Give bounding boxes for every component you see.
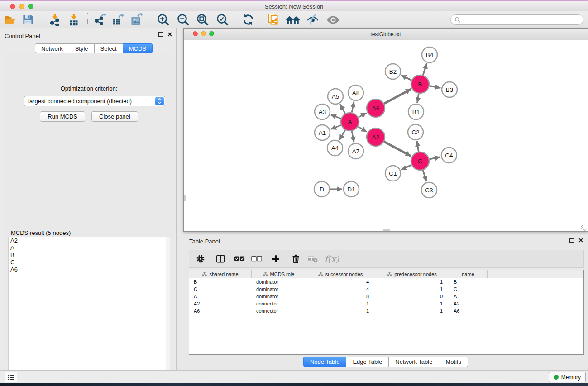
table-cell[interactable]: 4 (306, 286, 375, 293)
network-window-titlebar[interactable]: testGlobe.txt (184, 29, 588, 40)
graph-node-A1[interactable]: A1 (315, 125, 330, 140)
run-mcds-button[interactable]: Run MCDS (40, 111, 85, 122)
table-cell[interactable]: dominator (252, 278, 306, 286)
select-all-columns-button[interactable] (231, 251, 248, 267)
close-table-panel-icon[interactable]: ✕ (578, 238, 583, 243)
table-cell[interactable]: dominator (252, 286, 306, 293)
import-table-button[interactable] (65, 12, 82, 27)
table-cell[interactable]: A2 (189, 300, 252, 307)
table-cell[interactable]: B (449, 278, 488, 286)
column-header-shared-name[interactable]: shared name (189, 270, 252, 278)
graph-node-C4[interactable]: C4 (441, 148, 457, 163)
float-table-panel-icon[interactable] (569, 238, 574, 243)
search-input[interactable] (461, 16, 583, 24)
delete-column-button[interactable] (287, 251, 304, 267)
graph-edge-A2-C[interactable] (384, 142, 411, 156)
table-tab-network-table[interactable]: Network Table (389, 357, 439, 367)
table-cell[interactable]: C (449, 286, 488, 293)
table-cell[interactable]: B (189, 278, 252, 286)
column-header-successor-nodes[interactable]: successor nodes (306, 270, 375, 278)
result-item[interactable]: C (9, 259, 170, 266)
refresh-button[interactable] (239, 12, 257, 27)
mcds-result-list[interactable]: A2ABCA6 (8, 237, 170, 385)
graph-node-B3[interactable]: B3 (442, 82, 457, 97)
graph-node-A2[interactable]: A2 (367, 128, 385, 146)
new-network-from-selection-button[interactable] (265, 12, 282, 27)
graph-node-A4[interactable]: A4 (327, 140, 343, 156)
zoom-selected-button[interactable] (214, 12, 231, 27)
graph-node-B4[interactable]: B4 (422, 47, 437, 62)
graph-edge-A-A1[interactable] (331, 125, 341, 129)
result-scrollbar[interactable] (166, 237, 170, 384)
column-header-predecessor-nodes[interactable]: predecessor nodes (375, 270, 449, 278)
table-cell[interactable]: dominator (252, 293, 306, 300)
create-column-button[interactable] (267, 251, 284, 267)
network-vertical-scrollbar[interactable] (184, 195, 186, 201)
graph-node-A8[interactable]: A8 (348, 85, 363, 100)
table-cell[interactable]: 1 (375, 278, 449, 286)
table-cell[interactable]: C (189, 286, 252, 293)
graph-edge-C-C4[interactable] (430, 157, 440, 159)
graph-node-D[interactable]: D (314, 181, 330, 197)
table-cell[interactable]: A2 (449, 300, 488, 307)
graph-node-B2[interactable]: B2 (385, 64, 401, 79)
table-cell[interactable]: 1 (375, 300, 449, 307)
table-tab-edge-table[interactable]: Edge Table (346, 357, 389, 367)
function-builder-button[interactable]: f(x) (323, 251, 340, 267)
show-hide-button[interactable] (325, 12, 342, 27)
table-cell[interactable]: 1 (306, 307, 375, 315)
table-cell[interactable]: A6 (449, 307, 488, 315)
graph-node-C3[interactable]: C3 (421, 182, 437, 198)
graph-node-A[interactable]: A (341, 113, 359, 131)
graph-edge-A-A6[interactable] (359, 113, 367, 118)
graph-edge-A-A8[interactable] (352, 102, 354, 113)
graph-node-C2[interactable]: C2 (408, 124, 423, 140)
table-cell[interactable]: 1 (375, 286, 449, 293)
import-network-button[interactable] (46, 12, 63, 27)
table-row[interactable]: Bdominator41B (189, 278, 583, 286)
table-tab-node-table[interactable]: Node Table (303, 357, 347, 367)
memory-button[interactable]: Memory (549, 372, 586, 382)
zoom-fit-button[interactable] (194, 12, 211, 27)
result-item[interactable]: A (9, 244, 170, 252)
control-tab-network[interactable]: Network (35, 43, 69, 53)
table-tab-motifs[interactable]: Motifs (439, 357, 468, 367)
graph-node-B[interactable]: B (411, 75, 429, 93)
export-image-button[interactable] (129, 12, 146, 27)
table-cell[interactable]: 4 (306, 278, 375, 286)
table-cell[interactable]: A (449, 293, 488, 300)
table-row[interactable]: A6connector11A6 (189, 307, 583, 315)
zoom-in-button[interactable] (155, 12, 172, 27)
table-options-button[interactable] (192, 251, 209, 267)
graph-node-B1[interactable]: B1 (408, 104, 424, 119)
graph-node-A7[interactable]: A7 (348, 143, 363, 159)
graph-node-A5[interactable]: A5 (328, 89, 343, 104)
column-header-name[interactable]: name (449, 270, 488, 278)
graph-edge-A-A2[interactable] (358, 127, 367, 132)
optimization-criterion-select[interactable]: largest connected component (directed) (24, 96, 165, 106)
graph-edge-B-B2[interactable] (401, 75, 411, 80)
show-columns-button[interactable] (212, 251, 229, 267)
close-panel-button[interactable]: Close panel (91, 111, 138, 122)
graph-edge-A6-B[interactable] (384, 89, 411, 104)
graph-edge-C-C3[interactable] (423, 170, 426, 181)
graph-node-C1[interactable]: C1 (385, 166, 401, 181)
column-header-MCDS-role[interactable]: MCDS role (252, 270, 306, 278)
window-resize-grip[interactable] (581, 225, 587, 231)
graph-edge-A-A4[interactable] (339, 130, 345, 140)
export-network-button[interactable] (92, 12, 109, 27)
window-titlebar[interactable]: Session: New Session (0, 1, 588, 11)
result-item[interactable]: A6 (9, 266, 170, 273)
table-row[interactable]: Adominator80A (189, 293, 583, 300)
task-history-button[interactable] (5, 372, 17, 382)
save-session-button[interactable] (19, 12, 36, 27)
graph-edge-A-A3[interactable] (331, 115, 341, 119)
zoom-out-button[interactable] (175, 12, 192, 27)
table-cell[interactable]: 1 (375, 307, 449, 315)
search-field[interactable] (450, 14, 583, 25)
table-cell[interactable]: A (189, 293, 252, 300)
graph-edge-B-B3[interactable] (430, 86, 441, 88)
table-cell[interactable]: 1 (306, 300, 375, 307)
float-panel-icon[interactable] (158, 32, 163, 37)
home-button[interactable] (284, 12, 301, 27)
